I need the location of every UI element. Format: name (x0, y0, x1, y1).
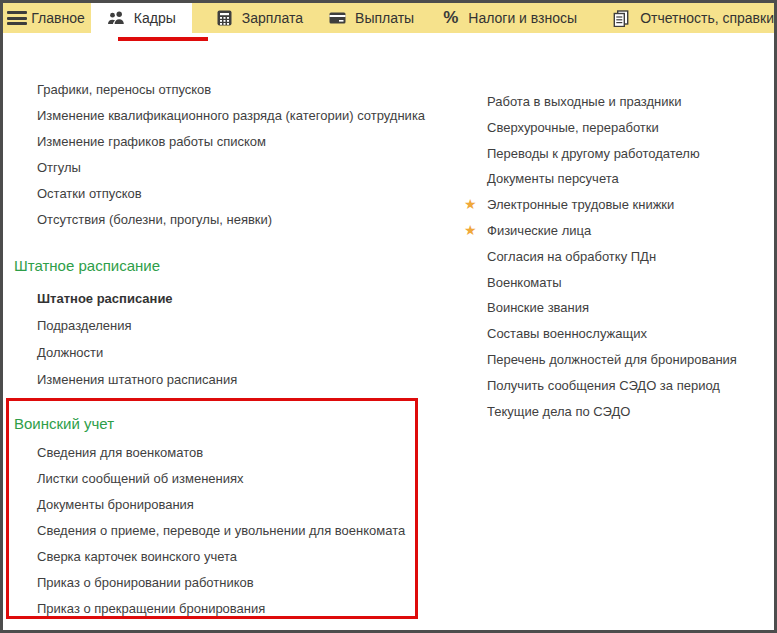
menu-item-otguly[interactable]: Отгулы (14, 155, 425, 181)
star-icon: ★ (464, 192, 477, 218)
tab-vyplaty[interactable]: Выплаты (329, 3, 414, 33)
menu-item-ostatki-otpuskov[interactable]: Остатки отпусков (14, 181, 425, 207)
menu-item-izmenenie-grafikov[interactable]: Изменение графиков работы списком (14, 129, 425, 155)
section-title-voinskiy: Воинский учет (14, 410, 405, 437)
tab-nalogi[interactable]: % Налоги и взносы (443, 3, 577, 33)
menu-item-label: Электронные трудовые книжки (487, 197, 674, 212)
menu-item-dolzhnosti[interactable]: Должности (14, 339, 237, 366)
menu-item-sverkhurochnye[interactable]: Сверхурочные, переработки (464, 115, 737, 141)
app-window: Главное Кадры (0, 0, 777, 633)
menu-item-prikaz-bronirovanii[interactable]: Приказ о бронировании работников (14, 570, 405, 596)
card-icon (329, 12, 346, 24)
menu-item-sostavy[interactable]: Составы военнослужащих (464, 321, 737, 347)
section-shtatnoe-raspisanie: Штатное расписание Штатное расписание По… (14, 252, 237, 393)
menu-item-sverka-kartochek[interactable]: Сверка карточек воинского учета (14, 544, 405, 570)
tab-zarplata[interactable]: Зарплата (217, 3, 303, 33)
menu-item-elektronnye-trudovye[interactable]: ★ Электронные трудовые книжки (464, 192, 737, 218)
tab-kadry[interactable]: Кадры (91, 3, 192, 33)
menu-item-tekushchie-sedo[interactable]: Текущие дела по СЭДО (464, 399, 737, 425)
kadry-menu-right-column: Работа в выходные и праздники Сверхурочн… (464, 89, 737, 424)
menu-item-svedeniya-voenkomatov[interactable]: Сведения для военкоматов (14, 440, 405, 466)
hamburger-icon (7, 11, 27, 25)
section-items: Сведения для военкоматов Листки сообщени… (14, 440, 405, 622)
menu-item-label: Физические лица (487, 223, 591, 238)
menu-item-prikaz-prekrashchenii[interactable]: Приказ о прекращении бронирования (14, 596, 405, 622)
menu-item-voenkomaty[interactable]: Военкоматы (464, 270, 737, 296)
menu-item-grafiki-perenosy[interactable]: Графики, переносы отпусков (14, 77, 425, 103)
menu-item-fizicheskie-litsa[interactable]: ★ Физические лица (464, 218, 737, 244)
section-voinskiy-uchet: Воинский учет Сведения для военкоматов Л… (14, 410, 405, 622)
menu-item-izmeneniya-shtatnogo[interactable]: Изменения штатного расписания (14, 366, 237, 393)
menu-item-poluchit-sedo[interactable]: Получить сообщения СЭДО за период (464, 373, 737, 399)
section-tab-bar: Главное Кадры (3, 3, 774, 33)
tab-glavnoe[interactable]: Главное (31, 3, 85, 33)
percent-icon: % (443, 8, 458, 28)
main-menu-button[interactable] (3, 3, 31, 33)
tab-label: Зарплата (242, 10, 303, 26)
menu-item-listki-soobshcheniy[interactable]: Листки сообщений об изменениях (14, 466, 405, 492)
section-title-shtatnoe: Штатное расписание (14, 252, 237, 279)
menu-item-dokumenty-bronirovaniya[interactable]: Документы бронирования (14, 492, 405, 518)
menu-item-soglasiya-pdn[interactable]: Согласия на обработку ПДн (464, 244, 737, 270)
calculator-icon (217, 10, 232, 26)
active-tab-underline (118, 37, 208, 41)
menu-item-voinskie-zvaniya[interactable]: Воинские звания (464, 295, 737, 321)
menu-item-podrazdeleniya[interactable]: Подразделения (14, 312, 237, 339)
tab-label: Налоги и взносы (468, 10, 577, 26)
kadry-menu-group: Графики, переносы отпусков Изменение ква… (14, 77, 425, 233)
menu-item-izmenenie-razryada[interactable]: Изменение квалификационного разряда (кат… (14, 103, 425, 129)
menu-item-perevody[interactable]: Переводы к другому работодателю (464, 141, 737, 167)
tab-label: Выплаты (355, 10, 414, 26)
menu-item-rabota-vykhodnye[interactable]: Работа в выходные и праздники (464, 89, 737, 115)
menu-item-dokumenty-persucheta[interactable]: Документы персучета (464, 166, 737, 192)
tab-label: Главное (31, 10, 85, 26)
menu-item-shtatnoe-raspisanie[interactable]: Штатное расписание (14, 285, 237, 312)
tab-label: Кадры (134, 10, 176, 26)
tab-otchet[interactable]: Отчетность, справки (613, 3, 774, 33)
tab-label: Отчетность, справки (640, 10, 774, 26)
star-icon: ★ (464, 218, 477, 244)
menu-item-svedeniya-o-prieme[interactable]: Сведения о приеме, переводе и увольнении… (14, 518, 405, 544)
section-items: Штатное расписание Подразделения Должнос… (14, 285, 237, 393)
papers-icon (613, 10, 629, 27)
menu-item-perechen-dolzhnostey[interactable]: Перечень должностей для бронирования (464, 347, 737, 373)
people-icon (107, 10, 125, 26)
menu-item-otsutstviya[interactable]: Отсутствия (болезни, прогулы, неявки) (14, 207, 425, 233)
